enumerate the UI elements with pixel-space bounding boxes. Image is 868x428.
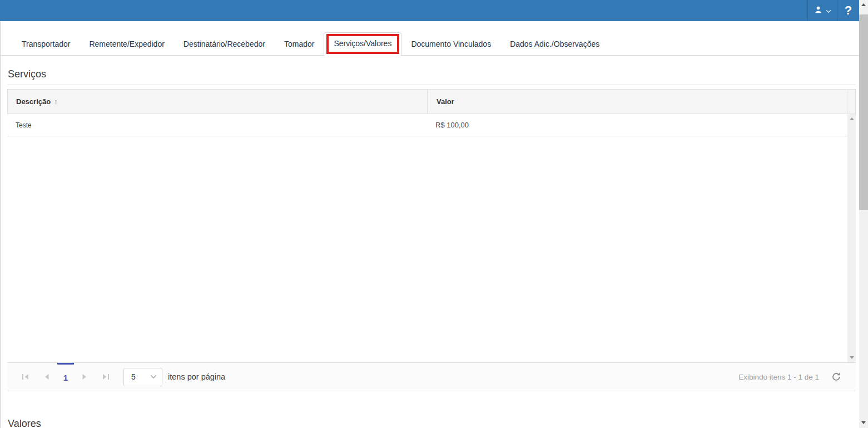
header-scrollbar-pad <box>847 90 855 114</box>
sort-asc-icon: ↑ <box>54 97 58 106</box>
user-icon <box>814 6 822 16</box>
main-area: Transportador Remetente/Expedidor Destin… <box>0 21 868 428</box>
prev-page-button[interactable] <box>36 363 57 391</box>
page-number-button[interactable]: 1 <box>57 363 74 391</box>
tab-tomador[interactable]: Tomador <box>275 33 324 55</box>
tab-servicos-valores-label: Serviços/Valores <box>334 39 391 48</box>
last-page-icon <box>102 374 109 380</box>
grid-pager: 1 5 itens por página <box>7 362 856 391</box>
last-page-button[interactable] <box>95 363 116 391</box>
next-page-icon <box>82 374 87 380</box>
tab-content: Serviços Descrição ↑ Valor Teste R$ 100,… <box>1 68 868 428</box>
user-menu[interactable] <box>807 0 837 21</box>
refresh-button[interactable] <box>831 372 841 382</box>
grid-header: Descrição ↑ Valor <box>7 89 856 114</box>
next-page-button[interactable] <box>74 363 95 391</box>
refresh-icon <box>831 372 841 382</box>
pager-status: Exibindo itens 1 - 1 de 1 <box>738 373 819 381</box>
tab-transportador[interactable]: Transportador <box>12 33 80 55</box>
help-button[interactable]: ? <box>837 0 859 21</box>
tab-remetente-expedidor[interactable]: Remetente/Expedidor <box>80 33 173 55</box>
scroll-down-icon[interactable] <box>861 421 866 424</box>
first-page-icon <box>22 374 29 380</box>
chevron-down-icon <box>826 6 831 16</box>
column-header-valor[interactable]: Valor <box>427 90 847 114</box>
tab-servicos-valores[interactable]: Serviços/Valores <box>324 32 401 56</box>
scrollbar-thumb[interactable] <box>859 14 868 210</box>
section-divider <box>7 85 856 85</box>
tab-destinatario-recebedor[interactable]: Destinatário/Recebedor <box>174 33 275 55</box>
chevron-down-icon <box>150 375 157 379</box>
table-row[interactable]: Teste R$ 100,00 <box>7 114 856 136</box>
items-per-page-label: itens por página <box>168 372 225 381</box>
servicos-grid: Descrição ↑ Valor Teste R$ 100,00 <box>7 89 856 391</box>
scroll-up-icon[interactable] <box>850 117 854 120</box>
tab-dados-adic-observacoes[interactable]: Dados Adic./Observações <box>500 33 609 55</box>
app-header: ? <box>0 0 859 21</box>
servicos-section-title: Serviços <box>8 68 856 80</box>
page-size-value: 5 <box>131 372 136 381</box>
scroll-up-icon[interactable] <box>861 3 866 6</box>
help-icon: ? <box>845 3 852 18</box>
cell-valor: R$ 100,00 <box>426 121 856 129</box>
scroll-down-icon[interactable] <box>850 356 854 359</box>
cell-descricao: Teste <box>7 121 426 129</box>
tab-documento-vinculados[interactable]: Documento Vinculados <box>401 33 500 55</box>
grid-body: Teste R$ 100,00 <box>7 114 856 362</box>
valores-section-title: Valores <box>8 418 856 428</box>
prev-page-icon <box>44 374 49 380</box>
page-scrollbar[interactable] <box>859 0 868 428</box>
column-header-descricao[interactable]: Descrição ↑ <box>8 90 427 114</box>
tabstrip: Transportador Remetente/Expedidor Destin… <box>1 21 868 56</box>
grid-vertical-scrollbar[interactable] <box>847 114 856 362</box>
page-size-select[interactable]: 5 <box>123 368 162 386</box>
first-page-button[interactable] <box>15 363 36 391</box>
